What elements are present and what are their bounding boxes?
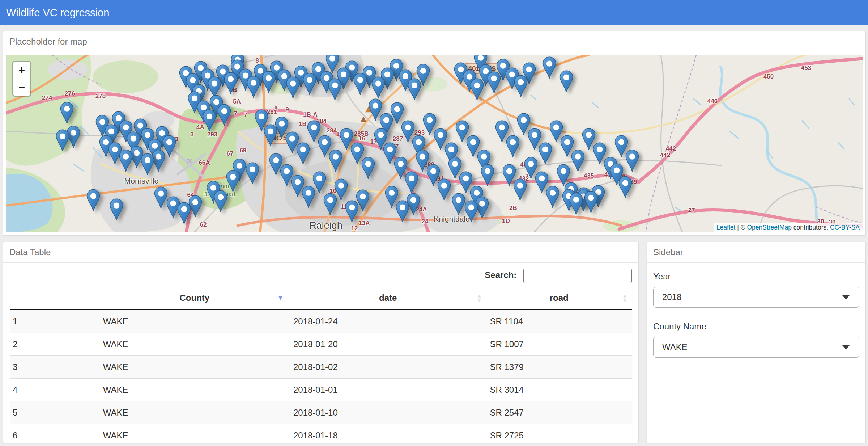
table-cell: 3: [10, 356, 99, 379]
map-marker[interactable]: [261, 71, 276, 93]
map-marker[interactable]: [301, 186, 316, 208]
table-cell: 2018-01-01: [290, 379, 486, 401]
map-marker[interactable]: [464, 200, 478, 223]
table-cell: WAKE: [99, 356, 290, 379]
table-cell: SR 2725: [486, 424, 632, 443]
map-marker[interactable]: [470, 78, 484, 101]
table-cell: 2: [10, 333, 99, 356]
map-marker[interactable]: [328, 78, 342, 101]
map-marker[interactable]: [571, 150, 585, 172]
map-marker[interactable]: [371, 76, 386, 99]
column-header-rownum: [10, 287, 99, 310]
map-marker[interactable]: [506, 135, 520, 157]
map-marker[interactable]: [328, 150, 343, 172]
map-marker[interactable]: [353, 73, 367, 95]
map-marker[interactable]: [119, 150, 133, 172]
map-marker[interactable]: [451, 193, 466, 215]
map-marker[interactable]: [286, 76, 300, 99]
table-cell: WAKE: [99, 401, 290, 424]
map-marker[interactable]: [584, 191, 598, 213]
map-marker[interactable]: [263, 124, 278, 147]
map-marker[interactable]: [217, 104, 231, 126]
map-marker[interactable]: [226, 170, 240, 192]
column-header-date[interactable]: date▲▼: [290, 287, 486, 310]
table-row[interactable]: 1WAKE2018-01-24SR 1104: [10, 310, 632, 333]
table-row[interactable]: 6WAKE2018-01-18SR 2725: [10, 424, 632, 443]
map-marker[interactable]: [625, 150, 639, 172]
map-marker[interactable]: [361, 157, 375, 179]
map-marker[interactable]: [404, 171, 419, 194]
map-marker[interactable]: [177, 202, 191, 224]
table-cell: 2018-01-18: [290, 424, 486, 443]
table-cell: WAKE: [99, 424, 290, 443]
map-panel-title: Placeholder for map: [3, 31, 865, 52]
map-marker[interactable]: [246, 76, 261, 98]
table-panel-title: Data Table: [3, 242, 638, 263]
leaflet-link[interactable]: Leaflet: [716, 224, 736, 231]
map-marker[interactable]: [569, 193, 583, 215]
map-marker[interactable]: [559, 70, 574, 93]
leaflet-map[interactable]: ✈ 274276278779914161717182934A32B1B-A1B2…: [6, 55, 863, 232]
column-header-county[interactable]: County▼: [99, 287, 290, 310]
map-marker[interactable]: [302, 73, 317, 95]
year-select-value: 2018: [662, 292, 681, 302]
county-label: County Name: [653, 321, 859, 332]
map-marker[interactable]: [542, 56, 557, 79]
county-select[interactable]: WAKE: [653, 337, 859, 358]
search-label: Search:: [485, 270, 516, 280]
map-marker[interactable]: [55, 129, 70, 152]
map-marker[interactable]: [538, 142, 553, 165]
data-table-panel: Data Table Search: County▼date▲▼road▲▼ 1…: [3, 242, 639, 443]
table-cell: SR 1007: [486, 333, 632, 356]
map-marker[interactable]: [437, 178, 451, 201]
caret-down-icon: [842, 295, 850, 299]
map-marker[interactable]: [60, 102, 74, 124]
map-marker[interactable]: [140, 153, 155, 176]
map-marker[interactable]: [245, 162, 260, 185]
map-marker[interactable]: [545, 186, 560, 208]
map-marker[interactable]: [618, 176, 633, 198]
map-marker[interactable]: [480, 164, 495, 186]
map-marker[interactable]: [487, 71, 501, 94]
map-marker[interactable]: [345, 200, 359, 223]
openstreetmap-link[interactable]: OpenStreetMap: [747, 224, 792, 231]
table-cell: SR 1379: [486, 356, 632, 379]
sort-both-icon: ▲▼: [477, 293, 482, 303]
search-input[interactable]: [523, 269, 632, 283]
zoom-in-button[interactable]: +: [13, 62, 30, 79]
table-cell: 2018-01-02: [290, 356, 486, 379]
map-marker[interactable]: [296, 142, 310, 165]
table-search-row: Search:: [3, 263, 638, 287]
table-cell: SR 1104: [486, 310, 632, 333]
column-header-road[interactable]: road▲▼: [486, 287, 632, 310]
map-marker[interactable]: [407, 78, 422, 101]
map-marker[interactable]: [202, 109, 217, 132]
table-row[interactable]: 4WAKE2018-01-01SR 3014: [10, 379, 632, 401]
table-cell: WAKE: [99, 333, 290, 356]
map-marker[interactable]: [514, 75, 528, 97]
table-cell: 2018-01-20: [290, 333, 486, 356]
sidebar-panel: Sidebar Year 2018 County Name WAKE: [647, 242, 866, 443]
zoom-out-button[interactable]: −: [13, 79, 30, 96]
map-marker[interactable]: [109, 198, 124, 221]
table-cell: 5: [10, 401, 99, 424]
map-marker[interactable]: [86, 189, 101, 211]
county-select-value: WAKE: [662, 342, 688, 352]
map-marker[interactable]: [323, 193, 337, 215]
map-marker[interactable]: [395, 200, 410, 223]
table-row[interactable]: 2WAKE2018-01-20SR 1007: [10, 333, 632, 356]
map-marker[interactable]: [224, 72, 238, 94]
table-cell: 6: [10, 424, 99, 443]
sidebar-panel-title: Sidebar: [647, 242, 865, 263]
map-marker[interactable]: [513, 178, 527, 201]
attribution-contributors: contributors,: [792, 224, 830, 231]
table-cell: 1: [10, 310, 99, 333]
license-link[interactable]: CC-BY-SA: [830, 224, 860, 231]
table-row[interactable]: 3WAKE2018-01-02SR 1379: [10, 356, 632, 379]
table-cell: 2018-01-10: [290, 401, 486, 424]
table-row[interactable]: 5WAKE2018-01-10SR 2547: [10, 401, 632, 424]
map-marker[interactable]: [213, 190, 228, 213]
table-cell: WAKE: [99, 310, 290, 333]
year-select[interactable]: 2018: [653, 287, 859, 308]
table-header: County▼date▲▼road▲▼: [10, 287, 632, 310]
